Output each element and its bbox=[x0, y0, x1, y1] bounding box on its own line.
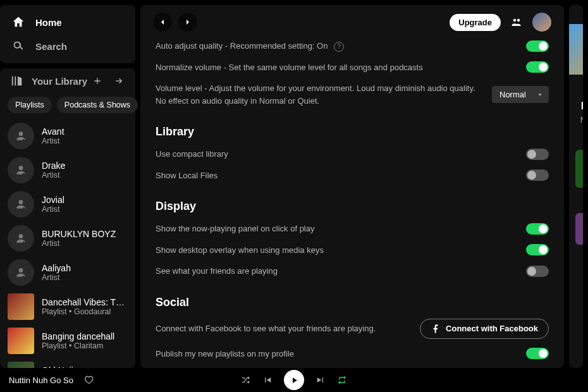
right-title-initial: N bbox=[581, 100, 583, 113]
chevron-right-icon bbox=[183, 17, 193, 27]
library-item-subtitle: Playlist • Goodaural bbox=[42, 307, 128, 316]
playlist-cover-icon bbox=[8, 362, 34, 368]
playlist-cover-icon bbox=[8, 328, 34, 354]
library-item-title: BURUKLYN BOYZ bbox=[42, 229, 128, 239]
library-item-artist[interactable]: DrakeArtist bbox=[0, 153, 135, 187]
toggle-normalize[interactable] bbox=[526, 61, 549, 73]
player-track-title[interactable]: Nuttin Nuh Go So bbox=[9, 376, 73, 385]
library-item-subtitle: Artist bbox=[42, 205, 128, 214]
artist-avatar-icon bbox=[8, 123, 34, 149]
library-item-title: Avant bbox=[42, 126, 128, 137]
setting-now-playing: Show the now-playing panel on click of p… bbox=[156, 218, 549, 240]
filter-podcasts[interactable]: Podcasts & Shows bbox=[57, 97, 138, 113]
next-icon bbox=[315, 375, 326, 385]
toggle-compact[interactable] bbox=[526, 149, 549, 160]
library-item-artist[interactable]: AaliyahArtist bbox=[0, 255, 135, 290]
volume-level-value: Normal bbox=[499, 90, 526, 99]
help-icon[interactable]: ? bbox=[334, 42, 344, 52]
library-item-title: Dancehall Vibes: Then a... bbox=[42, 297, 128, 307]
library-header: Your Library bbox=[0, 68, 135, 91]
toggle-overlay[interactable] bbox=[526, 244, 549, 255]
section-display-title: Display bbox=[156, 186, 549, 218]
right-panel: N N bbox=[569, 5, 583, 368]
right-card-2[interactable] bbox=[575, 213, 583, 245]
library-item-playlist[interactable]: Old NaijaPlaylist • Claritam bbox=[0, 358, 135, 368]
toggle-local-files[interactable] bbox=[526, 169, 549, 181]
upgrade-button[interactable]: Upgrade bbox=[450, 14, 501, 31]
toggle-now-playing[interactable] bbox=[526, 223, 549, 235]
search-icon bbox=[11, 39, 25, 53]
setting-friend-activity: See what your friends are playing bbox=[156, 260, 549, 282]
section-library-title: Library bbox=[156, 111, 549, 144]
repeat-button[interactable] bbox=[337, 375, 347, 385]
library-item-playlist[interactable]: Banging dancehallPlaylist • Claritam bbox=[0, 324, 135, 358]
setting-auto-adjust-label: Auto adjust quality - Recommended settin… bbox=[156, 41, 328, 51]
library-item-artist[interactable]: BURUKLYN BOYZArtist bbox=[0, 221, 135, 255]
setting-publish: Publish my new playlists on my profile bbox=[156, 343, 549, 365]
library-item-subtitle: Playlist • Claritam bbox=[42, 341, 128, 350]
nav-forward-button[interactable] bbox=[178, 13, 197, 32]
setting-volume-level-label: Volume level - Adjust the volume for you… bbox=[156, 82, 483, 107]
setting-compact: Use compact library bbox=[156, 144, 549, 165]
library-item-subtitle: Artist bbox=[42, 273, 128, 282]
setting-now-playing-label: Show the now-playing panel on click of p… bbox=[156, 223, 517, 235]
chevron-down-icon bbox=[536, 91, 544, 99]
friends-button[interactable] bbox=[507, 13, 526, 32]
setting-volume-level: Volume level - Adjust the volume for you… bbox=[156, 78, 549, 111]
nav-home[interactable]: Home bbox=[0, 10, 135, 34]
friends-icon bbox=[511, 16, 522, 28]
nav-home-label: Home bbox=[35, 17, 62, 28]
setting-friend-activity-label: See what your friends are playing bbox=[156, 265, 517, 278]
nav-back-button[interactable] bbox=[153, 13, 172, 32]
nav-search[interactable]: Search bbox=[0, 34, 135, 58]
setting-social-connect: Connect with Facebook to see what your f… bbox=[156, 314, 549, 343]
library-item-subtitle: Artist bbox=[42, 171, 128, 180]
sidebar-nav: Home Search bbox=[0, 5, 135, 63]
setting-overlay-label: Show desktop overlay when using media ke… bbox=[156, 244, 517, 257]
right-subtitle-initial: N bbox=[580, 115, 583, 125]
library-title-label: Your Library bbox=[32, 76, 87, 87]
library-item-title: Jovial bbox=[42, 195, 128, 205]
previous-button[interactable] bbox=[262, 375, 273, 385]
setting-overlay: Show desktop overlay when using media ke… bbox=[156, 240, 549, 261]
toggle-publish[interactable] bbox=[526, 348, 549, 359]
play-button[interactable] bbox=[284, 370, 304, 390]
volume-level-select[interactable]: Normal bbox=[492, 86, 549, 103]
connect-facebook-label: Connect with Facebook bbox=[446, 324, 538, 333]
artist-avatar-icon bbox=[8, 191, 34, 217]
library-add-button[interactable] bbox=[89, 72, 106, 90]
artist-avatar-icon bbox=[8, 225, 34, 252]
library-item-artist[interactable]: AvantArtist bbox=[0, 119, 135, 153]
library-item-artist[interactable]: JovialArtist bbox=[0, 187, 135, 221]
setting-auto-adjust: Auto adjust quality - Recommended settin… bbox=[156, 35, 549, 57]
shuffle-button[interactable] bbox=[241, 375, 251, 385]
main-header: Upgrade bbox=[140, 5, 564, 35]
library-item-title: Aaliyah bbox=[42, 263, 128, 273]
artist-avatar-icon bbox=[8, 259, 34, 286]
section-social-title: Social bbox=[156, 282, 549, 314]
home-icon bbox=[11, 15, 25, 29]
filter-playlists[interactable]: Playlists bbox=[8, 97, 52, 113]
previous-icon bbox=[262, 375, 273, 385]
library-filters: Playlists Podcasts & Shows bbox=[0, 91, 135, 119]
artist-avatar-icon bbox=[8, 157, 34, 183]
library-item-title: Drake bbox=[42, 161, 128, 171]
playlist-cover-icon bbox=[8, 293, 34, 320]
library-forward-button[interactable] bbox=[110, 72, 128, 90]
toggle-auto-adjust[interactable] bbox=[526, 40, 549, 52]
now-playing-art[interactable] bbox=[569, 24, 583, 75]
toggle-friend-activity[interactable] bbox=[526, 266, 549, 277]
play-icon bbox=[290, 376, 299, 385]
like-button[interactable] bbox=[83, 374, 94, 386]
right-card-1[interactable] bbox=[575, 150, 583, 188]
library-item-title: Banging dancehall bbox=[42, 331, 128, 341]
connect-facebook-button[interactable]: Connect with Facebook bbox=[420, 319, 549, 339]
library-item-subtitle: Artist bbox=[42, 239, 128, 248]
profile-avatar[interactable] bbox=[532, 13, 551, 32]
library-item-playlist[interactable]: Dancehall Vibes: Then a...Playlist • Goo… bbox=[0, 290, 135, 324]
repeat-icon bbox=[337, 375, 347, 385]
setting-publish-label: Publish my new playlists on my profile bbox=[156, 348, 517, 360]
next-button[interactable] bbox=[315, 375, 326, 385]
library-toggle[interactable]: Your Library bbox=[10, 74, 89, 88]
library-list: AvantArtist DrakeArtist JovialArtist BUR… bbox=[0, 119, 135, 368]
